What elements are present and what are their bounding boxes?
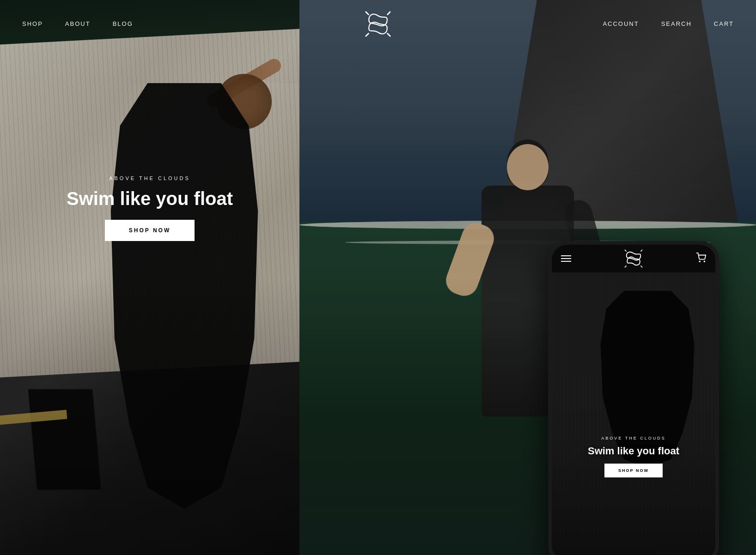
left-overlay [0, 0, 299, 555]
svg-point-4 [699, 261, 700, 262]
phone-mockup: ABOVE THE CLOUDS Swim like you float SHO… [548, 241, 719, 555]
left-hero-content: ABOVE THE CLOUDS Swim like you float SHO… [0, 175, 299, 241]
nav-about[interactable]: ABOUT [65, 20, 91, 27]
shop-now-button[interactable]: SHOP NOW [105, 220, 195, 241]
menu-line-1 [561, 255, 571, 256]
svg-line-1 [640, 250, 642, 252]
nav-search[interactable]: SEARCH [661, 20, 692, 27]
phone-logo [623, 248, 644, 269]
page-wrapper: ABOVE THE CLOUDS Swim like you float SHO… [0, 0, 756, 555]
nav-cart[interactable]: CART [714, 20, 734, 27]
logo-svg [361, 7, 395, 41]
hamburger-menu-icon[interactable] [561, 255, 571, 262]
svg-line-3 [640, 265, 642, 267]
nav-left: SHOP ABOUT BLOG [22, 20, 133, 27]
phone-cart-icon[interactable] [696, 253, 706, 265]
right-hero-panel: ABOVE THE CLOUDS Swim like you float SHO… [299, 0, 756, 555]
svg-line-7 [387, 12, 390, 15]
phone-shop-now-button[interactable]: SHOP NOW [604, 464, 663, 477]
nav-right: ACCOUNT SEARCH CART [603, 20, 734, 27]
phone-title: Swim like you float [588, 445, 679, 457]
nav-account[interactable]: ACCOUNT [603, 20, 639, 27]
svg-line-0 [625, 250, 627, 252]
svg-line-9 [387, 33, 390, 36]
nav-shop[interactable]: SHOP [22, 20, 43, 27]
phone-screen: ABOVE THE CLOUDS Swim like you float SHO… [552, 245, 715, 555]
phone-hero-content: ABOVE THE CLOUDS Swim like you float SHO… [552, 436, 715, 477]
svg-line-8 [366, 33, 369, 36]
svg-line-6 [366, 12, 369, 15]
site-header: SHOP ABOUT BLOG ACCOUNT SEARCH CART [0, 0, 756, 48]
left-hero-panel: ABOVE THE CLOUDS Swim like you float SHO… [0, 0, 299, 555]
phone-header [552, 245, 715, 272]
nav-blog[interactable]: BLOG [113, 20, 133, 27]
left-background [0, 0, 299, 555]
phone-subtitle: ABOVE THE CLOUDS [601, 436, 665, 440]
svg-line-2 [625, 265, 627, 267]
phone-overlay [552, 272, 715, 555]
menu-line-2 [561, 258, 571, 259]
hero-subtitle: ABOVE THE CLOUDS [109, 175, 190, 181]
hero-title: Swim like you float [67, 188, 233, 209]
menu-line-3 [561, 261, 571, 262]
svg-point-5 [704, 261, 705, 262]
site-logo[interactable] [361, 7, 395, 41]
